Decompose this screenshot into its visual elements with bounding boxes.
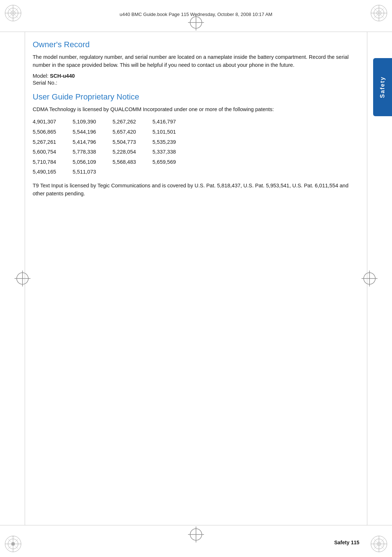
model-prefix: Model: <box>33 73 50 79</box>
patent-cell: 5,267,262 <box>113 117 152 127</box>
patent-cell: 5,490,165 <box>33 167 73 177</box>
patent-row-2: 5,506,865 5,544,196 5,657,420 5,101,501 <box>33 127 359 137</box>
patent-cell: 5,267,261 <box>33 137 73 147</box>
patent-cell: 5,337,338 <box>152 147 192 157</box>
crosshair-left <box>15 271 30 286</box>
patent-cell: 4,901,307 <box>33 117 73 127</box>
patent-cell: 5,657,420 <box>113 127 152 137</box>
corner-decoration-tr <box>369 4 388 23</box>
corner-decoration-tl <box>4 4 23 23</box>
patent-row-5: 5,710,784 5,056,109 5,568,483 5,659,569 <box>33 157 359 167</box>
safety-tab: Safety <box>373 58 392 116</box>
patent-row-3: 5,267,261 5,414,796 5,504,773 5,535,239 <box>33 137 359 147</box>
footer-page-label: Safety 115 <box>334 540 359 545</box>
patent-cell: 5,506,865 <box>33 127 73 137</box>
svg-line-32 <box>382 542 383 542</box>
corner-decoration-bl <box>4 534 23 553</box>
main-content: Owner's Record The model number, regulat… <box>33 40 359 198</box>
patent-cell: 5,056,109 <box>73 157 113 167</box>
patent-row-1: 4,901,307 5,109,390 5,267,262 5,416,797 <box>33 117 359 127</box>
patent-cell: 5,416,797 <box>152 117 192 127</box>
crosshair-bottom <box>188 526 204 542</box>
patent-cell: 5,778,338 <box>73 147 113 157</box>
patent-cell: 5,710,784 <box>33 157 73 167</box>
patent-cell: 5,109,390 <box>73 117 113 127</box>
patent-cell: 5,568,483 <box>113 157 152 167</box>
patent-cell: 5,659,569 <box>152 157 192 167</box>
patent-cell: 5,600,754 <box>33 147 73 157</box>
svg-line-30 <box>375 542 376 542</box>
patent-cell: 5,544,196 <box>73 127 113 137</box>
patent-row-4: 5,600,754 5,778,338 5,228,054 5,337,338 <box>33 147 359 157</box>
patent-cell: 5,101,501 <box>152 127 192 137</box>
owners-record-body: The model number, regulatory number, and… <box>33 53 359 69</box>
user-guide-title: User Guide Proprietary Notice <box>33 92 359 102</box>
svg-line-31 <box>375 545 376 546</box>
patent-cell: 5,511,073 <box>73 167 113 177</box>
patent-table: 4,901,307 5,109,390 5,267,262 5,416,797 … <box>33 117 359 177</box>
svg-line-33 <box>382 545 383 546</box>
corner-decoration-br <box>369 534 388 553</box>
crosshair-top <box>188 15 204 31</box>
owners-record-title: Owner's Record <box>33 40 359 49</box>
crosshair-right <box>362 271 377 286</box>
serial-line: Serial No.: <box>33 80 359 86</box>
t9-text: T9 Text Input is licensed by Tegic Commu… <box>33 182 359 198</box>
patent-row-6: 5,490,165 5,511,073 <box>33 167 359 177</box>
user-guide-body: CDMA Technology is licensed by QUALCOMM … <box>33 105 359 113</box>
model-value: SCH-u440 <box>50 73 75 79</box>
patent-cell: 5,504,773 <box>113 137 152 147</box>
model-line: Model: SCH-u440 <box>33 73 359 79</box>
patent-cell: 5,535,239 <box>152 137 192 147</box>
patent-cell: 5,228,054 <box>113 147 152 157</box>
patent-cell: 5,414,796 <box>73 137 113 147</box>
safety-tab-label: Safety <box>379 76 386 98</box>
